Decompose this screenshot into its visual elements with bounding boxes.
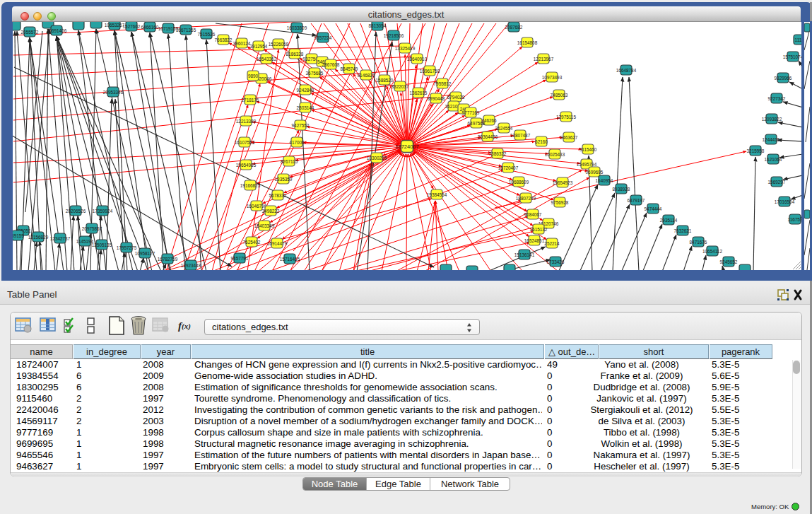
svg-text:8938928: 8938928: [613, 187, 630, 192]
svg-text:1527602: 1527602: [123, 24, 141, 29]
svg-text:10958127: 10958127: [135, 251, 155, 256]
svg-text:1588520: 1588520: [376, 78, 394, 83]
svg-text:10654112: 10654112: [702, 249, 722, 254]
svg-text:62160: 62160: [535, 139, 548, 144]
svg-text:9756928: 9756928: [551, 200, 569, 205]
svg-text:7485063: 7485063: [551, 93, 568, 98]
svg-text:5678332: 5678332: [269, 193, 287, 198]
svg-text:15403349: 15403349: [254, 223, 275, 228]
svg-text:9457791: 9457791: [231, 256, 249, 261]
svg-text:16107553: 16107553: [235, 140, 255, 145]
svg-text:9084067: 9084067: [524, 212, 542, 217]
svg-text:1362615: 1362615: [410, 90, 428, 95]
svg-text:8322037: 8322037: [392, 84, 409, 89]
svg-text:19654923: 19654923: [553, 180, 573, 185]
svg-text:1244415: 1244415: [763, 137, 780, 142]
svg-text:12923448: 12923448: [181, 263, 201, 268]
svg-text:2935114: 2935114: [660, 218, 678, 223]
svg-text:9242848: 9242848: [297, 88, 314, 93]
svg-text:9329966: 9329966: [775, 76, 792, 81]
svg-text:7386322: 7386322: [489, 151, 507, 156]
svg-text:3624554: 3624554: [495, 126, 513, 131]
svg-text:9427552: 9427552: [292, 123, 310, 128]
svg-text:2867608: 2867608: [322, 62, 340, 67]
svg-text:3215958: 3215958: [747, 148, 765, 153]
svg-text:7625402: 7625402: [243, 240, 261, 245]
svg-text:8186328: 8186328: [286, 52, 304, 57]
svg-text:18640910: 18640910: [407, 57, 428, 62]
svg-text:12505135: 12505135: [92, 243, 112, 247]
svg-text:6466160: 6466160: [141, 25, 159, 30]
svg-text:9463627: 9463627: [560, 135, 578, 140]
svg-text:19654985: 19654985: [236, 163, 257, 168]
svg-text:12975115: 12975115: [556, 115, 576, 119]
svg-text:16914479: 16914479: [267, 241, 288, 246]
svg-text:20206526: 20206526: [66, 209, 86, 214]
svg-text:417006: 417006: [289, 140, 305, 145]
svg-text:7632621: 7632621: [674, 228, 692, 233]
svg-text:15226058: 15226058: [269, 42, 289, 47]
svg-text:1733426: 1733426: [547, 259, 565, 264]
svg-text:3498222: 3498222: [262, 209, 280, 214]
svg-text:15720407: 15720407: [498, 165, 519, 170]
svg-text:8990448: 8990448: [428, 96, 445, 101]
svg-text:8267115: 8267115: [281, 159, 298, 164]
svg-text:16524851: 16524851: [524, 238, 545, 243]
svg-text:20953346: 20953346: [103, 90, 124, 95]
svg-text:252214: 252214: [544, 241, 560, 246]
svg-text:17359924: 17359924: [93, 209, 113, 214]
svg-text:0699695: 0699695: [586, 170, 604, 175]
svg-text:2055572: 2055572: [21, 30, 39, 35]
svg-text:10025433: 10025433: [545, 152, 565, 157]
svg-text:20364436: 20364436: [478, 134, 498, 139]
svg-text:10688609: 10688609: [509, 180, 529, 185]
svg-text:17016504: 17016504: [775, 199, 795, 204]
svg-text:19218506: 19218506: [384, 33, 404, 38]
svg-text:12156829: 12156829: [28, 235, 49, 240]
svg-text:8813054: 8813054: [369, 23, 387, 28]
svg-text:116753: 116753: [788, 217, 801, 222]
svg-text:7663822: 7663822: [215, 37, 233, 42]
svg-text:6879197: 6879197: [628, 198, 645, 203]
svg-text:9245652: 9245652: [720, 259, 738, 264]
svg-text:8471676: 8471676: [690, 240, 707, 245]
svg-text:12093822: 12093822: [762, 117, 782, 122]
svg-text:18300295: 18300295: [367, 156, 387, 160]
svg-text:15751074: 15751074: [783, 54, 801, 59]
svg-text:19166825: 19166825: [240, 183, 261, 188]
svg-text:16671355: 16671355: [176, 28, 196, 33]
svg-text:6794028: 6794028: [447, 95, 465, 100]
svg-text:9227342: 9227342: [768, 96, 786, 101]
svg-text:9777169: 9777169: [462, 110, 480, 115]
svg-text:15716465: 15716465: [280, 257, 300, 262]
svg-text:1335359: 1335359: [275, 177, 293, 182]
svg-text:15136141: 15136141: [514, 252, 535, 257]
svg-text:1615132: 1615132: [530, 227, 548, 232]
svg-text:17957275: 17957275: [117, 245, 137, 250]
svg-text:18807249: 18807249: [516, 196, 536, 201]
svg-text:20691406: 20691406: [47, 28, 67, 33]
svg-text:7515526: 7515526: [198, 32, 216, 37]
svg-text:39159: 39159: [13, 233, 24, 238]
svg-text:9890: 9890: [248, 74, 259, 78]
svg-text:6497568: 6497568: [468, 121, 486, 126]
svg-text:16543362: 16543362: [257, 57, 277, 62]
svg-text:13325419: 13325419: [395, 46, 416, 51]
svg-text:20975867: 20975867: [82, 226, 102, 231]
svg-text:18724007: 18724007: [395, 144, 418, 150]
svg-text:2087682: 2087682: [505, 25, 523, 30]
svg-text:9474444: 9474444: [645, 206, 662, 211]
svg-text:10807487: 10807487: [510, 133, 531, 138]
svg-text:7955812: 7955812: [434, 81, 452, 86]
svg-text:3675685: 3675685: [306, 71, 324, 76]
svg-text:(x): (x): [182, 322, 191, 331]
svg-text:12213389: 12213389: [236, 119, 257, 124]
svg-text:3960124: 3960124: [233, 41, 251, 46]
svg-text:2803144: 2803144: [297, 105, 314, 110]
svg-text:16648784: 16648784: [616, 68, 637, 73]
svg-text:1640954: 1640954: [596, 178, 613, 183]
svg-text:16961758: 16961758: [420, 69, 440, 74]
svg-text:1111: 1111: [795, 37, 801, 42]
svg-text:16154808: 16154808: [517, 40, 538, 45]
svg-text:12342737: 12342737: [50, 236, 71, 241]
